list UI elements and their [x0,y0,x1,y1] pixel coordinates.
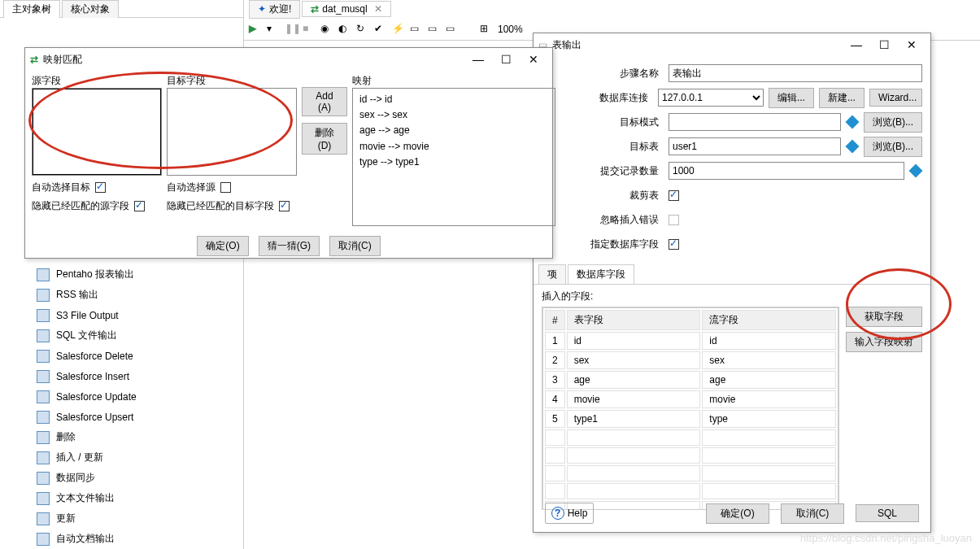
specify-fields-checkbox[interactable] [669,239,679,250]
maximize-button[interactable]: ☐ [870,36,898,54]
hide-matched-source-checkbox[interactable] [134,201,145,211]
tree-item[interactable]: Salesforce Delete [28,346,137,366]
chevron-down-icon[interactable]: ▾ [267,23,280,36]
truncate-checkbox[interactable] [669,190,679,201]
close-button[interactable]: ✕ [898,36,926,54]
ok-button[interactable]: 确定(O) [197,236,248,256]
explore-icon[interactable]: ▭ [428,23,441,36]
add-button[interactable]: Add (A) [302,87,347,116]
enter-mapping-button[interactable]: 输入字段映射 [846,332,922,352]
step-name-input[interactable] [669,64,922,82]
show-results-icon[interactable]: ▭ [446,23,459,36]
schema-label: 目标模式 [542,115,664,129]
mapping-list[interactable]: id --> id sex --> sex age --> age movie … [352,88,555,226]
edit-connection-button[interactable]: 编辑... [769,88,814,108]
tree-item[interactable]: Salesforce Update [28,386,137,407]
close-tab-icon[interactable]: ✕ [374,3,382,15]
browse-schema-button[interactable]: 浏览(B)... [864,112,922,133]
mapping-row[interactable]: sex --> sex [359,107,548,123]
schema-input[interactable] [669,113,841,131]
pause-icon[interactable]: ❚❚ [285,23,298,36]
grid-row [545,447,836,464]
variable-icon[interactable] [846,140,860,154]
tree-item-label: 更新 [56,512,76,525]
salesforce-icon [37,411,50,424]
cancel-button[interactable]: 取消(C) [781,503,844,524]
mapping-row[interactable]: age --> age [359,123,548,138]
cancel-button[interactable]: 取消(C) [329,236,381,256]
target-field-list[interactable] [167,88,297,176]
help-button[interactable]: ? Help [545,503,594,524]
tree-item-label: 自动文档输出 [56,532,115,546]
variable-icon[interactable] [909,164,923,178]
delete-icon [37,431,50,444]
tree-item[interactable]: 插入 / 更新 [28,447,137,468]
help-label: Help [568,508,588,519]
tab-database-fields[interactable]: 数据库字段 [568,264,634,284]
connection-select[interactable]: 127.0.0.1 [658,89,764,107]
mapping-row[interactable]: movie --> movie [359,139,548,155]
rss-icon [37,289,50,302]
minimize-button[interactable]: — [843,36,870,54]
tab-main-tree[interactable]: 主对象树 [3,0,60,18]
tree-item[interactable]: 更新 [28,508,137,529]
play-icon[interactable]: ▶ [249,23,262,36]
new-connection-button[interactable]: 新建... [819,88,865,108]
zoom-value[interactable]: 100% [498,24,523,35]
get-fields-button[interactable]: 获取字段 [846,307,922,327]
variable-icon[interactable] [846,115,860,129]
tree-item[interactable]: 删除 [28,427,137,447]
grid-row: 1idid [545,332,836,350]
tree-item-label: Salesforce Insert [56,371,129,382]
tree-item[interactable]: 文本文件输出 [28,488,137,508]
sql-icon[interactable]: ▭ [410,23,423,36]
hide-matched-target-checkbox[interactable] [279,201,290,211]
sql-button[interactable]: SQL [856,504,919,522]
impact-icon[interactable]: ⚡ [392,23,405,36]
tree-item[interactable]: Salesforce Upsert [28,407,137,427]
step-name-label: 步骤名称 [542,67,664,81]
source-field-list[interactable] [32,88,162,176]
auto-select-source-checkbox[interactable] [220,182,231,193]
tree-item-label: Salesforce Update [56,391,137,403]
debug-icon[interactable]: ◐ [338,23,351,36]
ok-button[interactable]: 确定(O) [706,503,769,524]
tab-file[interactable]: ⇄dat_musql ✕ [302,1,390,17]
tab-label: dat_musql [322,3,367,15]
tree-item[interactable]: S3 File Output [28,305,137,325]
close-button[interactable]: ✕ [520,50,547,68]
tab-main-options[interactable]: 项 [538,264,566,284]
tree-item-label: RSS 输出 [56,288,98,302]
replay-icon[interactable]: ↻ [356,23,369,36]
mapping-row[interactable]: id --> id [359,92,548,107]
tree-item[interactable]: RSS 输出 [28,285,137,305]
verify-icon[interactable]: ✔ [374,23,387,36]
preview-icon[interactable]: ◉ [320,23,333,36]
fields-grid[interactable]: # 表字段 流字段 1idid 2sexsex 3ageage 4moviemo… [542,307,838,510]
auto-select-target-checkbox[interactable] [95,182,106,193]
tab-welcome[interactable]: ✦欢迎! [249,0,300,19]
dialog-title: 映射匹配 [43,53,82,67]
update-icon [37,512,50,525]
tree-item-label: 文本文件输出 [56,491,115,505]
table-input[interactable] [669,137,841,155]
app-icon: ⇄ [30,54,38,65]
tree-item[interactable]: Salesforce Insert [28,366,137,386]
tree-item[interactable]: SQL 文件输出 [28,325,137,346]
guess-button[interactable]: 猜一猜(G) [259,236,320,256]
commit-input[interactable] [669,162,904,180]
wizard-button[interactable]: Wizard... [869,89,922,107]
tree-item[interactable]: 数据同步 [28,468,137,488]
tab-label: 欢迎! [269,2,291,16]
grid-icon[interactable]: ⊞ [480,23,493,36]
stop-icon[interactable]: ■ [303,23,316,36]
browse-table-button[interactable]: 浏览(B)... [864,137,922,157]
maximize-button[interactable]: ☐ [492,50,520,68]
tree-item[interactable]: 自动文档输出 [28,529,137,549]
delete-button[interactable]: 删除(D) [302,123,347,155]
tab-core-objects[interactable]: 核心对象 [62,0,119,18]
mapping-label: 映射 [352,74,555,88]
minimize-button[interactable]: — [464,50,492,68]
tree-item[interactable]: Pentaho 报表输出 [28,264,137,285]
mapping-row[interactable]: type --> type1 [359,155,548,170]
